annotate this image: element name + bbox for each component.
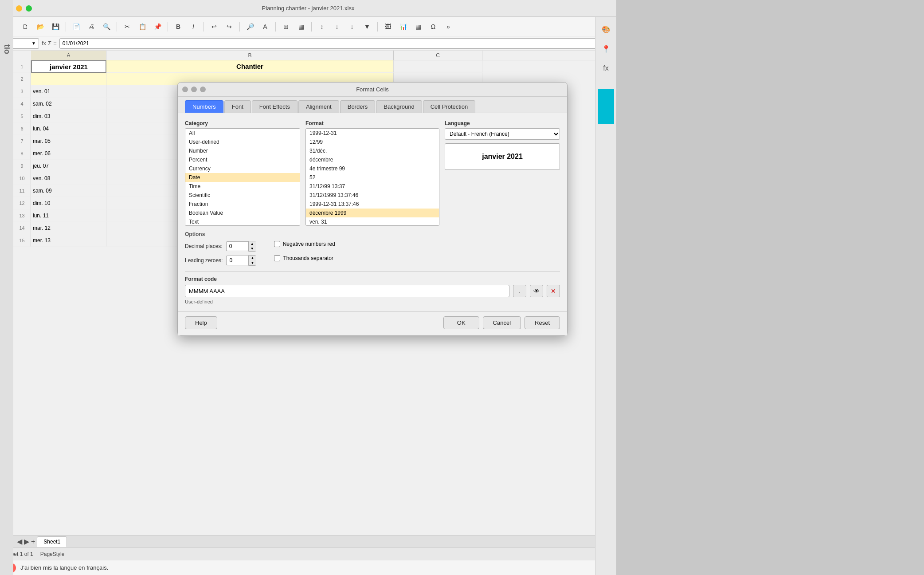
category-item-currency[interactable]: Currency xyxy=(185,164,300,173)
save-button[interactable]: 💾 xyxy=(49,20,62,33)
sort-az-button[interactable]: ↓ xyxy=(345,20,359,33)
print-button[interactable]: 🖨 xyxy=(85,20,98,33)
open-button[interactable]: 📂 xyxy=(34,20,47,33)
format-item-fmt7[interactable]: 31/12/99 13:37 xyxy=(306,182,439,191)
grid-button[interactable]: ▦ xyxy=(294,20,308,33)
language-select[interactable]: Default - French (France) xyxy=(445,128,560,140)
format-code-delete-button[interactable]: ✕ xyxy=(547,285,560,297)
cell-a-4[interactable]: sam. 02 xyxy=(31,98,106,110)
format-item-fmt9[interactable]: 1999-12-31 13:37:46 xyxy=(306,200,439,209)
cell-a-6[interactable]: lun. 04 xyxy=(31,122,106,135)
scroll-left-button[interactable]: ◀ xyxy=(17,537,22,546)
cell-a-7[interactable]: mar. 05 xyxy=(31,135,106,147)
category-item-boolean[interactable]: Boolean Value xyxy=(185,209,300,217)
add-sheet-button[interactable]: + xyxy=(31,538,35,546)
format-item-fmt8[interactable]: 31/12/1999 13:37:46 xyxy=(306,191,439,200)
cell-ref-dropdown-icon[interactable]: ▼ xyxy=(31,41,36,46)
pdf-button[interactable]: 📄 xyxy=(70,20,83,33)
undo-button[interactable]: ↩ xyxy=(208,20,221,33)
category-item-scientific[interactable]: Scientific xyxy=(185,191,300,200)
format-item-fmt6[interactable]: 52 xyxy=(306,173,439,182)
special-char-button[interactable]: Ω xyxy=(427,20,440,33)
tab-numbers[interactable]: Numbers xyxy=(185,100,223,113)
format-item-fmt1[interactable]: 1999-12-31 xyxy=(306,129,439,138)
ok-button[interactable]: OK xyxy=(443,316,479,329)
format-item-fmt11[interactable]: ven. 31 xyxy=(306,217,439,226)
sidebar-format-button[interactable]: 🎨 xyxy=(598,21,614,37)
spell-button[interactable]: A xyxy=(258,20,272,33)
category-item-number[interactable]: Number xyxy=(185,146,300,155)
format-item-fmt2[interactable]: 12/99 xyxy=(306,138,439,146)
format-item-fmt10[interactable]: décembre 1999 xyxy=(306,209,439,217)
cell-b-1[interactable]: Chantier xyxy=(106,60,394,73)
cut-button[interactable]: ✂ xyxy=(121,20,134,33)
cell-a-8[interactable]: mer. 06 xyxy=(31,147,106,160)
dialog-close-button[interactable] xyxy=(182,87,188,92)
cell-a-13[interactable]: lun. 11 xyxy=(31,209,106,222)
thousands-separator-checkbox[interactable] xyxy=(274,255,280,261)
tab-font-effects[interactable]: Font Effects xyxy=(252,100,298,113)
equals-icon[interactable]: = xyxy=(53,40,57,47)
copy-button[interactable]: 📋 xyxy=(136,20,149,33)
cell-a-3[interactable]: ven. 01 xyxy=(31,85,106,98)
tab-cell-protection[interactable]: Cell Protection xyxy=(423,100,476,113)
category-item-date[interactable]: Date xyxy=(185,173,300,182)
print-preview-button[interactable]: 🔍 xyxy=(100,20,113,33)
sum-icon[interactable]: Σ xyxy=(48,40,51,47)
bold-button[interactable]: B xyxy=(172,20,185,33)
image-button[interactable]: 🖼 xyxy=(381,20,395,33)
cell-c-1[interactable] xyxy=(394,60,482,73)
tab-background[interactable]: Background xyxy=(376,100,422,113)
autofilter-button[interactable]: ▼ xyxy=(360,20,374,33)
category-list[interactable]: AllUser-definedNumberPercentCurrencyDate… xyxy=(185,128,300,226)
cell-a-1[interactable]: janvier 2021 xyxy=(31,60,106,73)
find-button[interactable]: 🔎 xyxy=(243,20,257,33)
leading-zeroes-input[interactable] xyxy=(226,256,248,265)
negative-numbers-checkbox[interactable] xyxy=(274,241,280,247)
cell-a-2[interactable] xyxy=(31,73,106,85)
cell-a-12[interactable]: dim. 10 xyxy=(31,197,106,209)
new-button[interactable]: 🗋 xyxy=(19,20,32,33)
dialog-max-button[interactable] xyxy=(200,87,206,92)
cancel-button[interactable]: Cancel xyxy=(483,316,521,329)
function-wizard-icon[interactable]: fx xyxy=(42,40,46,47)
italic-button[interactable]: I xyxy=(187,20,200,33)
tab-font[interactable]: Font xyxy=(224,100,251,113)
reset-button[interactable]: Reset xyxy=(525,316,560,329)
leading-down-button[interactable]: ▼ xyxy=(249,260,256,265)
category-item-fraction[interactable]: Fraction xyxy=(185,200,300,209)
sidebar-navigator-button[interactable]: 📍 xyxy=(598,41,614,57)
format-list[interactable]: 1999-12-3112/9931/déc.décembre4e trimest… xyxy=(305,128,439,226)
format-code-dot-button[interactable]: . xyxy=(513,285,526,297)
borders-button[interactable]: ⊞ xyxy=(279,20,293,33)
cell-a-5[interactable]: dim. 03 xyxy=(31,110,106,122)
format-item-fmt3[interactable]: 31/déc. xyxy=(306,146,439,155)
decimal-up-button[interactable]: ▲ xyxy=(249,241,256,246)
category-item-all[interactable]: All xyxy=(185,129,300,138)
maximize-button[interactable] xyxy=(26,5,32,12)
decimal-places-input[interactable] xyxy=(226,241,248,251)
format-code-preview-button[interactable]: 👁 xyxy=(530,285,543,297)
sidebar-function-button[interactable]: fx xyxy=(598,60,614,76)
redo-button[interactable]: ↪ xyxy=(223,20,236,33)
table2-button[interactable]: ▦ xyxy=(411,20,425,33)
cell-a-15[interactable]: mer. 13 xyxy=(31,234,106,247)
more-button[interactable]: » xyxy=(442,20,455,33)
category-item-time[interactable]: Time xyxy=(185,182,300,191)
dialog-min-button[interactable] xyxy=(191,87,197,92)
sort-asc-button[interactable]: ↕ xyxy=(315,20,329,33)
decimal-down-button[interactable]: ▼ xyxy=(249,246,256,251)
tab-alignment[interactable]: Alignment xyxy=(298,100,339,113)
cell-a-14[interactable]: mar. 12 xyxy=(31,222,106,234)
sheet-tab-sheet1[interactable]: Sheet1 xyxy=(37,536,67,547)
sort-desc-button[interactable]: ↓ xyxy=(330,20,344,33)
tab-borders[interactable]: Borders xyxy=(340,100,376,113)
format-code-input[interactable] xyxy=(185,285,509,297)
category-item-text[interactable]: Text xyxy=(185,217,300,226)
leading-up-button[interactable]: ▲ xyxy=(249,256,256,260)
minimize-button[interactable] xyxy=(16,5,22,12)
paste-button[interactable]: 📌 xyxy=(151,20,164,33)
formula-input[interactable] xyxy=(59,38,604,49)
category-item-percent[interactable]: Percent xyxy=(185,155,300,164)
cell-a-10[interactable]: ven. 08 xyxy=(31,172,106,185)
